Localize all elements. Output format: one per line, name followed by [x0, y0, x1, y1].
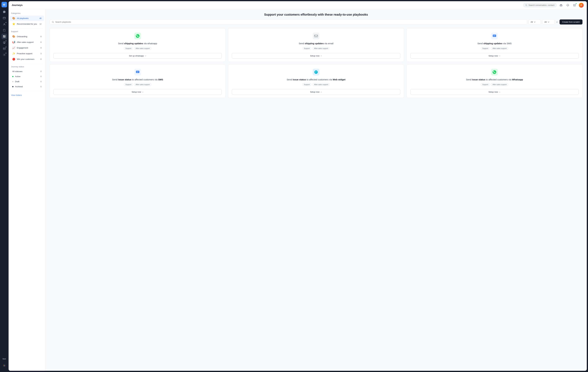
global-search-input[interactable] [528, 4, 555, 6]
sidebar-item-all-statuses[interactable]: All statuses 0 [10, 69, 44, 74]
svg-point-16 [5, 365, 5, 366]
sidebar-item-engagement[interactable]: 📈 Engagement 9 [10, 45, 44, 51]
nav-icon-billing[interactable] [1, 40, 7, 45]
notification-icon[interactable] [565, 3, 570, 8]
card-tags-4: Support After-sales support [124, 83, 151, 86]
playbooks-search-icon [52, 21, 54, 23]
card-email-shipping: Send shipping updates via email Support … [228, 28, 404, 62]
sidebar-item-proactive[interactable]: ✨ Proactive support 3 [10, 51, 44, 56]
svg-point-28 [314, 70, 318, 74]
recommended-icon: ⭐ [12, 22, 15, 25]
nav-icon-inbox[interactable] [1, 15, 7, 21]
proactive-count: 3 [41, 52, 42, 55]
card-webwidget-issue: Send issue status to affected customers … [228, 64, 404, 98]
fiverr-logo: fiverr [1, 356, 7, 362]
sidebar-item-win[interactable]: 🔴 Win your customers 8 [10, 56, 44, 62]
filter-bar: All All or Create from scratch [50, 20, 582, 24]
chat-support-icon[interactable] [572, 3, 577, 8]
content-layout: Categories 🎨 All playbooks 40 ⭐ Recommen… [9, 9, 587, 371]
sidebar-item-draft[interactable]: Draft 0 [10, 79, 44, 84]
card-sms-issue: Send issue status to affected customers … [50, 64, 226, 98]
proactive-left: ✨ Proactive support [12, 52, 32, 55]
sidebar-item-recommended[interactable]: ⭐ Recommended for you 12 [10, 21, 44, 27]
user-avatar[interactable]: A [579, 3, 584, 8]
sidebar-divider-3 [11, 91, 43, 91]
after-sales-left: 📢 After-sales support [12, 41, 33, 44]
card-tags-2: Support After-sales support [302, 47, 330, 50]
setup-now-webwidget-button[interactable]: Setup now → [232, 89, 400, 95]
playbooks-search-input[interactable] [55, 21, 525, 23]
card-icon-sms-issue [134, 69, 141, 75]
nav-icon-messages[interactable] [1, 46, 7, 52]
svg-rect-5 [3, 35, 4, 36]
engagement-count: 9 [41, 47, 42, 49]
engagement-left: 📈 Engagement [12, 46, 28, 49]
svg-rect-3 [3, 17, 6, 19]
nav-icon-settings[interactable] [1, 52, 7, 58]
draft-count: 0 [41, 81, 42, 83]
setup-now-sms-button[interactable]: Setup now → [410, 53, 579, 59]
create-from-scratch-button[interactable]: Create from scratch [559, 20, 582, 24]
app-logo[interactable] [1, 2, 7, 7]
proactive-icon: ✨ [12, 52, 15, 55]
svg-point-29 [493, 70, 496, 74]
active-dot [12, 76, 13, 77]
tag-support-3: Support [481, 47, 490, 50]
card-icon-whatsapp [134, 33, 141, 39]
tag-after-sales-4: After-sales support [134, 83, 151, 86]
card-title-whatsapp-shipping: Send shipping updates via whatsapp [118, 42, 157, 45]
card-whatsapp-issue: Send issue status to affected customers … [407, 64, 582, 98]
sidebar-item-onboarding[interactable]: 🎨 Onboarding 8 [10, 34, 44, 39]
main-heading: Support your customers effortlessly with… [50, 13, 582, 16]
sidebar-item-all[interactable]: 🎨 All playbooks 40 [10, 16, 44, 21]
archived-dot [12, 86, 13, 87]
after-sales-icon: 📢 [12, 41, 15, 44]
nav-icon-chat[interactable] [1, 9, 7, 15]
filter-select-2[interactable]: All [542, 20, 555, 24]
tag-support-5: Support [302, 83, 312, 86]
nav-icon-grid[interactable] [1, 363, 7, 368]
setup-whatsapp-button[interactable]: Set up whatsapp → [53, 53, 222, 59]
tag-support-4: Support [124, 83, 133, 86]
svg-rect-1 [3, 4, 5, 5]
svg-rect-25 [314, 35, 318, 37]
engagement-label: Engagement [17, 47, 28, 49]
svg-rect-8 [4, 37, 5, 38]
top-header: Journeys [9, 1, 587, 9]
all-playbooks-icon: 🎨 [12, 17, 15, 20]
svg-point-17 [3, 366, 4, 366]
nav-icon-contacts[interactable] [1, 21, 7, 27]
win-count: 8 [41, 58, 42, 60]
all-playbooks-count: 40 [40, 17, 42, 20]
svg-rect-27 [136, 71, 139, 73]
win-label: Win your customers [17, 58, 34, 60]
nav-icon-journeys[interactable] [1, 34, 7, 39]
header-right: A [523, 3, 584, 8]
cards-grid: Send shipping updates via whatsapp Suppo… [50, 28, 582, 98]
nav-icon-book[interactable] [1, 28, 7, 33]
sidebar-item-after-sales[interactable]: 📢 After-sales support 8 [10, 40, 44, 45]
sidebar-item-archived[interactable]: Archived 0 [10, 84, 44, 89]
gift-icon[interactable] [559, 3, 564, 8]
dot-indicator [6, 22, 6, 23]
svg-point-24 [136, 34, 139, 38]
svg-rect-7 [3, 37, 4, 38]
playbooks-search[interactable] [50, 20, 527, 24]
sidebar-item-active[interactable]: Active 0 [10, 74, 44, 79]
filter1-label: All [531, 21, 533, 23]
search-bar[interactable] [523, 3, 557, 7]
card-title-sms-issue: Send issue status to affected customers … [112, 78, 163, 81]
icon-bar: fiverr [0, 0, 9, 372]
main-wrapper: Journeys [9, 1, 587, 371]
card-sms-shipping: Send shipping updates via SMS Support Af… [407, 28, 582, 62]
sidebar-divider-2 [11, 64, 43, 64]
setup-now-whatsapp-issue-button[interactable]: Setup now → [410, 89, 579, 95]
onboarding-left: 🎨 Onboarding [12, 35, 27, 38]
active-label: Active [15, 75, 20, 78]
setup-now-sms-issue-button[interactable]: Setup now → [53, 89, 222, 95]
setup-now-email-button[interactable]: Setup now → [232, 53, 400, 59]
tag-after-sales-3: After-sales support [491, 47, 508, 50]
view-folders-link[interactable]: View folders [9, 93, 45, 98]
card-icon-whatsapp-issue [491, 69, 498, 75]
filter-select-1[interactable]: All [529, 20, 541, 24]
